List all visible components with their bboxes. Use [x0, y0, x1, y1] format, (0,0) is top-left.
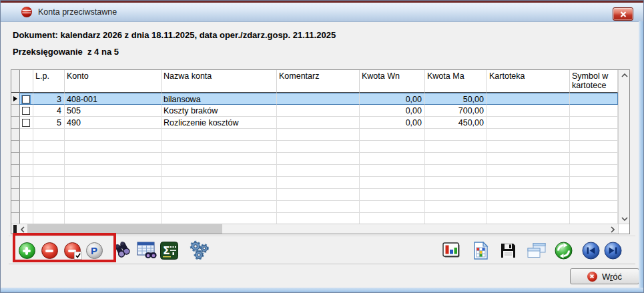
vertical-scrollbar[interactable] — [618, 70, 629, 224]
empty-row — [11, 153, 618, 165]
column-header-kwota-ma: Kwota Ma — [425, 70, 487, 93]
back-button-label: Wróć — [602, 272, 622, 282]
table-search-icon — [137, 241, 157, 260]
check-icon — [74, 252, 82, 260]
document-info-line: Dokument: kalendarz 2026 z dnia 18.11.20… — [13, 30, 336, 40]
go-first-button[interactable] — [581, 241, 600, 260]
chevron-up-icon — [621, 73, 628, 77]
refresh-button[interactable] — [554, 241, 573, 260]
settings-button[interactable] — [189, 241, 210, 260]
column-header-symbol: Symbol w kartotece — [570, 70, 618, 93]
empty-row — [11, 189, 618, 201]
row-checkbox[interactable] — [22, 107, 30, 115]
parameters-button[interactable]: P — [85, 241, 103, 260]
cell-konto: 490 — [65, 117, 162, 129]
go-last-icon — [604, 242, 622, 260]
scroll-up-button[interactable] — [619, 70, 629, 80]
cell-nazwa: Rozliczenie kosztów — [162, 117, 277, 129]
dialog-window: Konta przeciwstawne Dokument: kalendarz … — [0, 0, 644, 293]
column-header-kartoteka: Kartoteka — [487, 70, 570, 93]
window-border-right — [639, 21, 643, 292]
grid-header-row: L.p. Konto Nazwa konta Komentarz Kwota W… — [11, 70, 618, 93]
column-header-lp: L.p. — [33, 70, 65, 93]
windows-button[interactable] — [525, 241, 547, 260]
chart-button[interactable] — [442, 241, 460, 260]
close-button[interactable] — [613, 7, 633, 21]
delete-button[interactable] — [40, 241, 59, 260]
grid-rows: 3 408-001 bilansowa 0,00 50,00 4 505 Kos… — [11, 93, 618, 224]
cell-nazwa: Koszty braków — [162, 105, 277, 117]
cell-lp: 5 — [33, 117, 65, 129]
delete-icon — [41, 242, 58, 259]
cell-konto: 408-001 — [65, 93, 162, 105]
column-header-checkbox — [20, 70, 33, 93]
empty-row — [11, 141, 618, 153]
table-row[interactable]: 5 490 Rozliczenie kosztów 0,00 450,00 — [11, 117, 618, 129]
add-icon — [19, 242, 35, 259]
table-search-button[interactable] — [136, 241, 157, 260]
svg-text:Σ: Σ — [163, 244, 170, 257]
scrollbar-corner — [618, 224, 629, 234]
back-button[interactable]: Wróć — [570, 268, 639, 284]
close-icon — [620, 11, 627, 17]
grid-corner-mark — [13, 225, 17, 234]
cell-kwota-ma: 50,00 — [425, 93, 487, 105]
toolbar: P — [9, 236, 635, 264]
cancel-icon — [587, 272, 597, 282]
column-header-nazwa: Nazwa konta — [162, 70, 277, 93]
empty-row — [11, 177, 618, 189]
checkbox-cell — [20, 117, 33, 129]
sum-button[interactable]: Σ — [159, 241, 178, 260]
checkbox-cell — [20, 105, 33, 117]
empty-row — [11, 165, 618, 177]
chevron-left-icon — [21, 226, 25, 233]
scroll-right-button[interactable] — [607, 224, 617, 234]
horizontal-scrollbar[interactable] — [11, 224, 618, 234]
row-header-corner — [11, 70, 20, 93]
cell-symbol — [570, 105, 618, 117]
cell-komentarz — [277, 105, 360, 117]
selected-row-marker-icon — [13, 96, 17, 101]
windows-icon — [526, 242, 547, 259]
empty-row — [11, 201, 618, 213]
cell-kwota-ma: 700,00 — [425, 105, 487, 117]
cell-konto: 505 — [65, 105, 162, 117]
row-checkbox[interactable] — [22, 119, 30, 127]
scrollbar-thumb[interactable] — [27, 224, 222, 234]
chevron-right-icon — [611, 226, 615, 233]
chart-icon — [442, 242, 460, 259]
cell-kartoteka — [487, 105, 570, 117]
delete-confirm-icon — [64, 242, 81, 259]
gears-icon — [189, 240, 210, 260]
cell-kwota-ma: 450,00 — [425, 117, 487, 129]
go-last-button[interactable] — [603, 241, 622, 260]
search-button[interactable] — [112, 241, 133, 260]
cell-kartoteka — [487, 117, 570, 129]
table-row[interactable]: 4 505 Koszty braków 0,00 700,00 — [11, 105, 618, 117]
window-border-bottom — [1, 288, 643, 292]
operation-info-line: Przeksięgowanie z 4 na 5 — [13, 47, 119, 57]
cell-lp: 3 — [33, 93, 65, 105]
titlebar: Konta przeciwstawne — [1, 3, 643, 22]
cell-kartoteka — [487, 93, 570, 105]
go-first-icon — [582, 242, 600, 260]
add-button[interactable] — [17, 241, 36, 260]
chevron-down-icon — [621, 217, 628, 221]
empty-row — [11, 129, 618, 141]
report-button[interactable] — [471, 241, 490, 260]
column-header-konto: Konto — [65, 70, 162, 93]
cell-kwota-wn: 0,00 — [360, 117, 425, 129]
refresh-icon — [555, 242, 573, 260]
delete-confirm-button[interactable] — [63, 241, 81, 260]
scroll-down-button[interactable] — [619, 214, 629, 224]
table-row[interactable]: 3 408-001 bilansowa 0,00 50,00 — [11, 93, 618, 105]
save-button[interactable] — [499, 241, 517, 260]
sum-icon: Σ — [160, 242, 178, 260]
scroll-left-button[interactable] — [17, 224, 27, 234]
row-header-cell — [11, 105, 20, 117]
app-logo-icon — [21, 6, 33, 18]
row-checkbox[interactable] — [22, 95, 30, 103]
binoculars-icon — [112, 241, 133, 260]
window-title: Konta przeciwstawne — [38, 7, 117, 17]
cell-komentarz — [277, 117, 360, 129]
